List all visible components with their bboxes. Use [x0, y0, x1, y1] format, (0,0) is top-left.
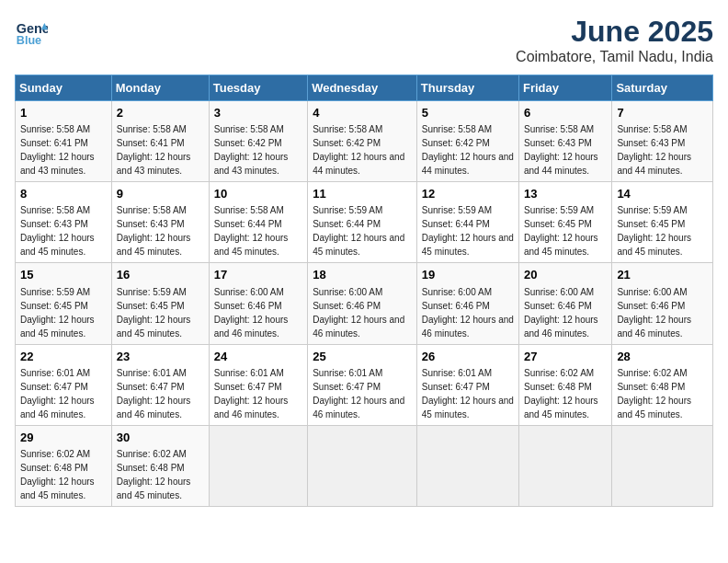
day-number: 14	[617, 186, 708, 202]
daylight-label: Daylight: 12 hours and 44 minutes.	[524, 152, 598, 176]
day-number: 20	[524, 267, 607, 283]
sunrise-info: Sunrise: 6:00 AM	[422, 287, 492, 297]
day-number: 24	[214, 349, 302, 365]
daylight-label: Daylight: 12 hours and 46 minutes.	[422, 315, 514, 339]
day-number: 21	[617, 267, 708, 283]
sunset-info: Sunset: 6:44 PM	[422, 219, 490, 229]
sunset-info: Sunset: 6:47 PM	[214, 382, 282, 392]
daylight-label: Daylight: 12 hours and 44 minutes.	[313, 152, 404, 176]
calendar-day-cell: 15Sunrise: 5:59 AMSunset: 6:45 PMDayligh…	[16, 263, 112, 344]
sunrise-info: Sunrise: 6:00 AM	[617, 287, 687, 297]
sunrise-info: Sunrise: 5:59 AM	[617, 205, 687, 215]
calendar-day-cell: 28Sunrise: 6:02 AMSunset: 6:48 PMDayligh…	[612, 344, 713, 425]
day-number: 18	[313, 267, 412, 283]
daylight-label: Daylight: 12 hours and 45 minutes.	[117, 477, 191, 500]
calendar-day-cell: 26Sunrise: 6:01 AMSunset: 6:47 PMDayligh…	[416, 344, 518, 425]
sunset-info: Sunset: 6:41 PM	[20, 138, 88, 148]
sunset-info: Sunset: 6:45 PM	[617, 219, 685, 229]
calendar-day-cell: 2Sunrise: 5:58 AMSunset: 6:41 PMDaylight…	[111, 101, 209, 182]
sunrise-info: Sunrise: 6:00 AM	[214, 287, 284, 297]
daylight-label: Daylight: 12 hours and 43 minutes.	[117, 152, 191, 176]
sunrise-info: Sunrise: 6:01 AM	[422, 368, 492, 378]
day-number: 3	[214, 105, 302, 121]
calendar-day-cell: 12Sunrise: 5:59 AMSunset: 6:44 PMDayligh…	[416, 182, 518, 263]
calendar-day-cell: 27Sunrise: 6:02 AMSunset: 6:48 PMDayligh…	[518, 344, 611, 425]
page-header: General Blue June 2025 Coimbatore, Tamil…	[15, 15, 713, 65]
calendar-day-cell: 21Sunrise: 6:00 AMSunset: 6:46 PMDayligh…	[612, 263, 713, 344]
day-number: 15	[20, 267, 107, 283]
calendar-day-cell: 19Sunrise: 6:00 AMSunset: 6:46 PMDayligh…	[416, 263, 518, 344]
daylight-label: Daylight: 12 hours and 45 minutes.	[20, 315, 95, 339]
sunrise-info: Sunrise: 6:02 AM	[617, 368, 687, 378]
calendar-header-row: SundayMondayTuesdayWednesdayThursdayFrid…	[16, 75, 713, 101]
calendar-day-cell: 1Sunrise: 5:58 AMSunset: 6:41 PMDaylight…	[16, 101, 112, 182]
day-number: 12	[422, 186, 514, 202]
sunset-info: Sunset: 6:41 PM	[117, 138, 185, 148]
sunrise-info: Sunrise: 5:58 AM	[617, 124, 687, 134]
svg-text:Blue: Blue	[17, 34, 41, 47]
sunset-info: Sunset: 6:42 PM	[214, 138, 282, 148]
daylight-label: Daylight: 12 hours and 45 minutes.	[617, 233, 691, 257]
calendar-header-cell: Thursday	[416, 75, 518, 101]
sunrise-info: Sunrise: 5:59 AM	[117, 287, 187, 297]
calendar-day-cell	[416, 425, 518, 506]
sunset-info: Sunset: 6:43 PM	[617, 138, 685, 148]
sunset-info: Sunset: 6:46 PM	[313, 301, 381, 311]
daylight-label: Daylight: 12 hours and 45 minutes.	[20, 477, 95, 500]
day-number: 7	[617, 105, 708, 121]
calendar-day-cell: 5Sunrise: 5:58 AMSunset: 6:42 PMDaylight…	[416, 101, 518, 182]
daylight-label: Daylight: 12 hours and 44 minutes.	[617, 152, 691, 176]
day-number: 27	[524, 349, 607, 365]
daylight-label: Daylight: 12 hours and 45 minutes.	[117, 233, 191, 257]
calendar-header-cell: Tuesday	[209, 75, 307, 101]
calendar-day-cell: 20Sunrise: 6:00 AMSunset: 6:46 PMDayligh…	[518, 263, 611, 344]
daylight-label: Daylight: 12 hours and 43 minutes.	[20, 152, 95, 176]
day-number: 6	[524, 105, 607, 121]
calendar-header-cell: Wednesday	[308, 75, 417, 101]
calendar-day-cell: 22Sunrise: 6:01 AMSunset: 6:47 PMDayligh…	[16, 344, 112, 425]
calendar-day-cell: 23Sunrise: 6:01 AMSunset: 6:47 PMDayligh…	[111, 344, 209, 425]
sunset-info: Sunset: 6:48 PM	[617, 382, 685, 392]
day-number: 4	[313, 105, 412, 121]
daylight-label: Daylight: 12 hours and 46 minutes.	[617, 315, 691, 339]
daylight-label: Daylight: 12 hours and 45 minutes.	[422, 233, 514, 257]
calendar-day-cell: 6Sunrise: 5:58 AMSunset: 6:43 PMDaylight…	[518, 101, 611, 182]
daylight-label: Daylight: 12 hours and 46 minutes.	[524, 315, 598, 339]
calendar-table: SundayMondayTuesdayWednesdayThursdayFrid…	[15, 75, 713, 507]
sunrise-info: Sunrise: 5:58 AM	[422, 124, 492, 134]
calendar-header-cell: Saturday	[612, 75, 713, 101]
daylight-label: Daylight: 12 hours and 45 minutes.	[422, 396, 514, 419]
sunset-info: Sunset: 6:47 PM	[422, 382, 490, 392]
day-number: 19	[422, 267, 514, 283]
day-number: 23	[117, 349, 204, 365]
calendar-week-row: 8Sunrise: 5:58 AMSunset: 6:43 PMDaylight…	[16, 182, 713, 263]
sunset-info: Sunset: 6:45 PM	[117, 301, 185, 311]
daylight-label: Daylight: 12 hours and 46 minutes.	[20, 396, 95, 419]
sunrise-info: Sunrise: 5:59 AM	[313, 205, 382, 215]
calendar-day-cell: 14Sunrise: 5:59 AMSunset: 6:45 PMDayligh…	[612, 182, 713, 263]
sunset-info: Sunset: 6:43 PM	[524, 138, 592, 148]
day-number: 5	[422, 105, 514, 121]
sunrise-info: Sunrise: 6:01 AM	[117, 368, 187, 378]
day-number: 10	[214, 186, 302, 202]
calendar-day-cell: 4Sunrise: 5:58 AMSunset: 6:42 PMDaylight…	[308, 101, 417, 182]
calendar-day-cell: 3Sunrise: 5:58 AMSunset: 6:42 PMDaylight…	[209, 101, 307, 182]
sunset-info: Sunset: 6:45 PM	[20, 301, 88, 311]
sunset-info: Sunset: 6:46 PM	[617, 301, 685, 311]
sunset-info: Sunset: 6:43 PM	[117, 219, 185, 229]
sunset-info: Sunset: 6:45 PM	[524, 219, 592, 229]
day-number: 16	[117, 267, 204, 283]
daylight-label: Daylight: 12 hours and 45 minutes.	[313, 233, 404, 257]
sunset-info: Sunset: 6:47 PM	[313, 382, 381, 392]
day-number: 30	[117, 430, 204, 446]
calendar-header-cell: Sunday	[16, 75, 112, 101]
daylight-label: Daylight: 12 hours and 45 minutes.	[20, 233, 95, 257]
daylight-label: Daylight: 12 hours and 44 minutes.	[422, 152, 514, 176]
daylight-label: Daylight: 12 hours and 46 minutes.	[214, 396, 289, 419]
day-number: 22	[20, 349, 107, 365]
sunrise-info: Sunrise: 6:00 AM	[313, 287, 382, 297]
sunrise-info: Sunrise: 6:00 AM	[524, 287, 594, 297]
daylight-label: Daylight: 12 hours and 45 minutes.	[117, 315, 191, 339]
calendar-day-cell	[612, 425, 713, 506]
calendar-week-row: 1Sunrise: 5:58 AMSunset: 6:41 PMDaylight…	[16, 101, 713, 182]
